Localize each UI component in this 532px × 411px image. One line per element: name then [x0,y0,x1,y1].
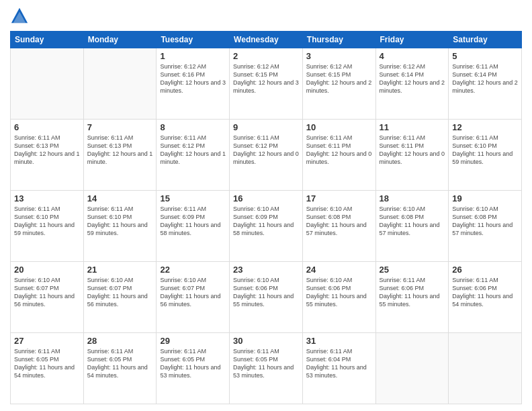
calendar-cell: 3Sunrise: 6:12 AM Sunset: 6:15 PM Daylig… [302,48,375,120]
logo-icon [10,7,29,26]
day-number: 2 [233,51,299,61]
day-number: 13 [14,193,80,203]
day-info: Sunrise: 6:11 AM Sunset: 6:06 PM Dayligh… [452,276,518,309]
day-number: 16 [233,193,299,203]
day-info: Sunrise: 6:11 AM Sunset: 6:12 PM Dayligh… [233,134,299,167]
day-info: Sunrise: 6:11 AM Sunset: 6:10 PM Dayligh… [452,134,518,167]
calendar-cell [449,333,522,404]
day-number: 11 [380,122,445,132]
calendar-cell: 13Sunrise: 6:11 AM Sunset: 6:10 PM Dayli… [11,191,84,262]
day-header-saturday: Saturday [449,32,522,48]
day-number: 24 [306,265,372,275]
day-number: 4 [380,51,445,61]
day-number: 23 [233,265,299,275]
day-info: Sunrise: 6:10 AM Sunset: 6:07 PM Dayligh… [14,276,80,309]
day-info: Sunrise: 6:12 AM Sunset: 6:16 PM Dayligh… [160,62,226,95]
day-number: 5 [452,51,518,61]
calendar-cell: 24Sunrise: 6:10 AM Sunset: 6:06 PM Dayli… [302,262,375,333]
day-info: Sunrise: 6:11 AM Sunset: 6:09 PM Dayligh… [160,205,226,238]
day-info: Sunrise: 6:11 AM Sunset: 6:11 PM Dayligh… [306,134,372,167]
day-info: Sunrise: 6:11 AM Sunset: 6:05 PM Dayligh… [160,347,226,380]
calendar-cell [11,48,84,120]
day-number: 27 [14,336,80,346]
calendar-week-3: 13Sunrise: 6:11 AM Sunset: 6:10 PM Dayli… [11,191,522,262]
day-header-friday: Friday [375,32,449,48]
day-info: Sunrise: 6:10 AM Sunset: 6:07 PM Dayligh… [87,276,153,309]
day-info: Sunrise: 6:12 AM Sunset: 6:15 PM Dayligh… [233,62,299,95]
logo [10,7,30,26]
calendar-cell: 17Sunrise: 6:10 AM Sunset: 6:08 PM Dayli… [302,191,375,262]
calendar-cell: 23Sunrise: 6:10 AM Sunset: 6:06 PM Dayli… [230,262,303,333]
day-header-tuesday: Tuesday [157,32,230,48]
calendar-cell: 18Sunrise: 6:10 AM Sunset: 6:08 PM Dayli… [375,191,449,262]
day-number: 21 [87,265,153,275]
day-number: 9 [233,122,299,132]
day-number: 14 [87,193,153,203]
day-header-thursday: Thursday [302,32,375,48]
calendar-cell: 25Sunrise: 6:11 AM Sunset: 6:06 PM Dayli… [375,262,449,333]
calendar-cell: 2Sunrise: 6:12 AM Sunset: 6:15 PM Daylig… [230,48,303,120]
calendar-cell: 28Sunrise: 6:11 AM Sunset: 6:05 PM Dayli… [83,333,157,404]
day-header-monday: Monday [83,32,157,48]
day-header-wednesday: Wednesday [230,32,303,48]
day-info: Sunrise: 6:11 AM Sunset: 6:05 PM Dayligh… [233,347,299,380]
calendar-cell: 31Sunrise: 6:11 AM Sunset: 6:04 PM Dayli… [302,333,375,404]
day-info: Sunrise: 6:10 AM Sunset: 6:08 PM Dayligh… [452,205,518,238]
day-number: 19 [452,193,518,203]
calendar-cell: 7Sunrise: 6:11 AM Sunset: 6:13 PM Daylig… [83,120,157,191]
day-info: Sunrise: 6:11 AM Sunset: 6:13 PM Dayligh… [14,134,80,167]
calendar-week-4: 20Sunrise: 6:10 AM Sunset: 6:07 PM Dayli… [11,262,522,333]
day-info: Sunrise: 6:10 AM Sunset: 6:06 PM Dayligh… [306,276,372,309]
day-number: 7 [87,122,153,132]
day-number: 3 [306,51,372,61]
day-number: 20 [14,265,80,275]
day-info: Sunrise: 6:10 AM Sunset: 6:08 PM Dayligh… [306,205,372,238]
page: SundayMondayTuesdayWednesdayThursdayFrid… [0,0,532,411]
day-info: Sunrise: 6:11 AM Sunset: 6:06 PM Dayligh… [380,276,445,309]
calendar-cell: 21Sunrise: 6:10 AM Sunset: 6:07 PM Dayli… [83,262,157,333]
calendar-cell: 4Sunrise: 6:12 AM Sunset: 6:14 PM Daylig… [375,48,449,120]
calendar-cell: 15Sunrise: 6:11 AM Sunset: 6:09 PM Dayli… [157,191,230,262]
day-info: Sunrise: 6:11 AM Sunset: 6:05 PM Dayligh… [87,347,153,380]
day-number: 17 [306,193,372,203]
calendar-cell: 1Sunrise: 6:12 AM Sunset: 6:16 PM Daylig… [157,48,230,120]
calendar-cell: 19Sunrise: 6:10 AM Sunset: 6:08 PM Dayli… [449,191,522,262]
calendar-cell: 14Sunrise: 6:11 AM Sunset: 6:10 PM Dayli… [83,191,157,262]
calendar-week-1: 1Sunrise: 6:12 AM Sunset: 6:16 PM Daylig… [11,48,522,120]
calendar-week-2: 6Sunrise: 6:11 AM Sunset: 6:13 PM Daylig… [11,120,522,191]
day-info: Sunrise: 6:11 AM Sunset: 6:13 PM Dayligh… [87,134,153,167]
day-info: Sunrise: 6:10 AM Sunset: 6:09 PM Dayligh… [233,205,299,238]
day-number: 12 [452,122,518,132]
calendar-cell: 20Sunrise: 6:10 AM Sunset: 6:07 PM Dayli… [11,262,84,333]
day-info: Sunrise: 6:10 AM Sunset: 6:08 PM Dayligh… [380,205,445,238]
calendar-cell: 8Sunrise: 6:11 AM Sunset: 6:12 PM Daylig… [157,120,230,191]
day-info: Sunrise: 6:11 AM Sunset: 6:14 PM Dayligh… [452,62,518,95]
day-info: Sunrise: 6:10 AM Sunset: 6:06 PM Dayligh… [233,276,299,309]
day-header-sunday: Sunday [11,32,84,48]
day-info: Sunrise: 6:11 AM Sunset: 6:10 PM Dayligh… [87,205,153,238]
calendar-header-row: SundayMondayTuesdayWednesdayThursdayFrid… [11,32,522,48]
day-info: Sunrise: 6:12 AM Sunset: 6:14 PM Dayligh… [380,62,445,95]
day-number: 8 [160,122,226,132]
calendar-cell: 12Sunrise: 6:11 AM Sunset: 6:10 PM Dayli… [449,120,522,191]
calendar-week-5: 27Sunrise: 6:11 AM Sunset: 6:05 PM Dayli… [11,333,522,404]
day-info: Sunrise: 6:11 AM Sunset: 6:05 PM Dayligh… [14,347,80,380]
day-number: 25 [380,265,445,275]
day-number: 1 [160,51,226,61]
calendar-cell: 6Sunrise: 6:11 AM Sunset: 6:13 PM Daylig… [11,120,84,191]
day-info: Sunrise: 6:11 AM Sunset: 6:12 PM Dayligh… [160,134,226,167]
day-number: 10 [306,122,372,132]
calendar-cell [83,48,157,120]
day-number: 15 [160,193,226,203]
day-info: Sunrise: 6:11 AM Sunset: 6:10 PM Dayligh… [14,205,80,238]
day-number: 30 [233,336,299,346]
day-number: 28 [87,336,153,346]
calendar-cell: 16Sunrise: 6:10 AM Sunset: 6:09 PM Dayli… [230,191,303,262]
calendar-cell: 10Sunrise: 6:11 AM Sunset: 6:11 PM Dayli… [302,120,375,191]
calendar-cell: 26Sunrise: 6:11 AM Sunset: 6:06 PM Dayli… [449,262,522,333]
day-info: Sunrise: 6:10 AM Sunset: 6:07 PM Dayligh… [160,276,226,309]
calendar-cell: 5Sunrise: 6:11 AM Sunset: 6:14 PM Daylig… [449,48,522,120]
day-info: Sunrise: 6:11 AM Sunset: 6:11 PM Dayligh… [380,134,445,167]
day-info: Sunrise: 6:12 AM Sunset: 6:15 PM Dayligh… [306,62,372,95]
calendar-cell: 29Sunrise: 6:11 AM Sunset: 6:05 PM Dayli… [157,333,230,404]
